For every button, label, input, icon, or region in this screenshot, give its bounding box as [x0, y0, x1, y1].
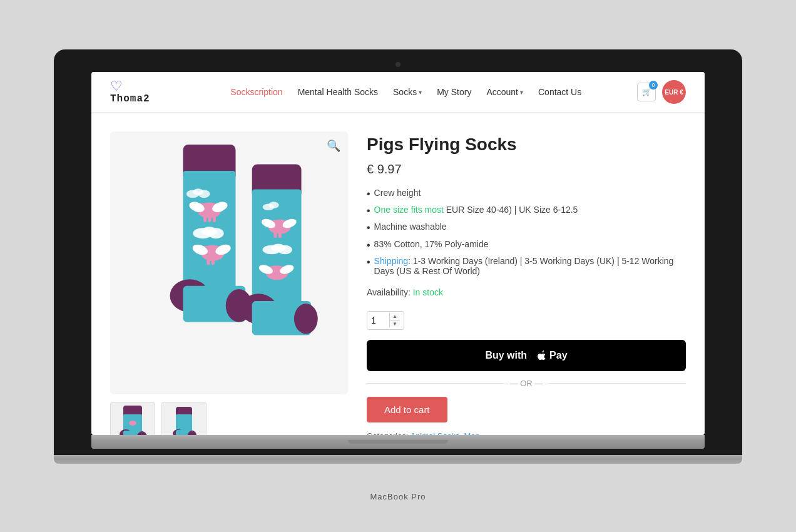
quantity-down-arrow[interactable]: ▼	[390, 320, 400, 327]
product-title: Pigs Flying Socks	[367, 135, 686, 155]
thumbnail-1[interactable]	[110, 402, 155, 435]
svg-rect-18	[207, 258, 210, 265]
svg-point-40	[278, 245, 292, 255]
sock-svg-illustration	[110, 131, 348, 394]
categories-row: Categories: Animal Socks, Men	[367, 431, 686, 435]
categories-label: Categories:	[367, 431, 408, 435]
product-price: € 9.97	[367, 162, 686, 176]
laptop-screen[interactable]: ♡ Thoma2 Sockscription Mental Health Soc…	[91, 72, 705, 435]
men-link[interactable]: Men	[464, 431, 479, 435]
bullet-icon: •	[367, 188, 370, 200]
svg-point-25	[198, 190, 210, 198]
macbook-label: MacBook Pro	[370, 492, 426, 501]
availability-status: In stock	[413, 287, 443, 297]
nav-mental-health-socks[interactable]: Mental Health Socks	[298, 87, 378, 97]
quantity-input-wrap[interactable]: ▲ ▼	[367, 311, 404, 330]
account-chevron-icon: ▾	[520, 89, 523, 96]
svg-rect-37	[278, 232, 282, 238]
product-images: 🔍	[110, 131, 348, 435]
header-actions: 🛒 0 EUR €	[637, 80, 686, 104]
svg-point-42	[268, 202, 279, 208]
availability-row: Availability: In stock	[367, 287, 686, 297]
nav-contact-us[interactable]: Contact Us	[538, 87, 581, 97]
feature-size: • One size fits most EUR Size 40-46) | U…	[367, 205, 686, 217]
nav-account[interactable]: Account ▾	[486, 87, 523, 97]
feature-shipping: • Shipping: 1-3 Working Days (Ireland) |…	[367, 256, 686, 276]
laptop-shell: ♡ Thoma2 Sockscription Mental Health Soc…	[54, 49, 742, 483]
buy-with-label: Buy with	[485, 350, 527, 361]
thumbnail-2[interactable]	[161, 402, 207, 435]
bullet-icon: •	[367, 239, 370, 251]
socks-chevron-icon: ▾	[419, 89, 422, 96]
svg-point-22	[208, 228, 223, 238]
nav-socks[interactable]: Socks ▾	[393, 87, 422, 97]
quantity-row: ▲ ▼	[367, 311, 686, 330]
product-page: 🔍	[91, 113, 705, 435]
nav-sockscription[interactable]: Sockscription	[230, 87, 282, 97]
svg-point-30	[294, 304, 318, 334]
main-product-image: 🔍	[110, 131, 348, 394]
thumbnail-1-svg	[117, 406, 148, 435]
currency-button[interactable]: EUR €	[662, 80, 686, 104]
logo-text: Thoma2	[110, 93, 150, 105]
bullet-icon: •	[367, 256, 370, 268]
camera	[395, 62, 401, 67]
cart-icon: 🛒	[642, 88, 651, 96]
or-line-left	[367, 383, 504, 384]
animal-socks-link[interactable]: Animal Socks	[410, 431, 459, 435]
apple-pay-button[interactable]: Buy with Pay	[367, 340, 686, 371]
site-header: ♡ Thoma2 Sockscription Mental Health Soc…	[91, 72, 705, 113]
shipping-highlight: Shipping	[374, 256, 409, 266]
nav-my-story[interactable]: My Story	[437, 87, 471, 97]
feature-crew-height: • Crew height	[367, 188, 686, 200]
product-features: • Crew height • One size fits most EUR S…	[367, 188, 686, 276]
nav-menu: Sockscription Mental Health Socks Socks …	[175, 87, 637, 97]
svg-rect-12	[213, 215, 216, 222]
add-to-cart-button[interactable]: Add to cart	[367, 397, 447, 422]
feature-material: • 83% Cotton, 17% Poly-amide	[367, 239, 686, 251]
apple-icon	[537, 350, 547, 361]
logo[interactable]: ♡ Thoma2	[110, 79, 150, 105]
cart-count: 0	[649, 81, 658, 90]
svg-rect-36	[273, 232, 277, 238]
or-divider: — OR —	[367, 379, 686, 388]
quantity-input[interactable]	[367, 312, 389, 329]
quantity-up-arrow[interactable]: ▲	[390, 313, 400, 320]
laptop-bottom-bar	[91, 435, 705, 449]
cart-button[interactable]: 🛒 0	[637, 83, 656, 101]
size-highlight: One size fits most	[374, 205, 444, 215]
logo-heart-icon: ♡	[110, 79, 123, 93]
svg-rect-10	[203, 215, 207, 222]
laptop-notch	[348, 440, 448, 444]
svg-rect-55	[176, 414, 192, 432]
bullet-icon: •	[367, 205, 370, 217]
or-line-right	[549, 383, 686, 384]
screen-bezel: ♡ Thoma2 Sockscription Mental Health Soc…	[54, 49, 742, 455]
svg-rect-11	[208, 215, 211, 222]
laptop-base	[54, 455, 742, 464]
thumbnail-2-svg	[168, 406, 200, 435]
quantity-arrows: ▲ ▼	[389, 313, 400, 327]
or-label: — OR —	[510, 379, 543, 388]
svg-point-53	[129, 421, 136, 426]
product-info: Pigs Flying Socks € 9.97 • Crew height •…	[367, 131, 686, 435]
feature-washable: • Machine washable	[367, 222, 686, 233]
bullet-icon: •	[367, 222, 370, 233]
product-thumbnails	[110, 402, 348, 435]
svg-rect-19	[212, 258, 215, 265]
apple-pay-label: Pay	[537, 350, 567, 361]
availability-label: Availability:	[367, 287, 411, 297]
zoom-icon[interactable]: 🔍	[327, 139, 340, 153]
